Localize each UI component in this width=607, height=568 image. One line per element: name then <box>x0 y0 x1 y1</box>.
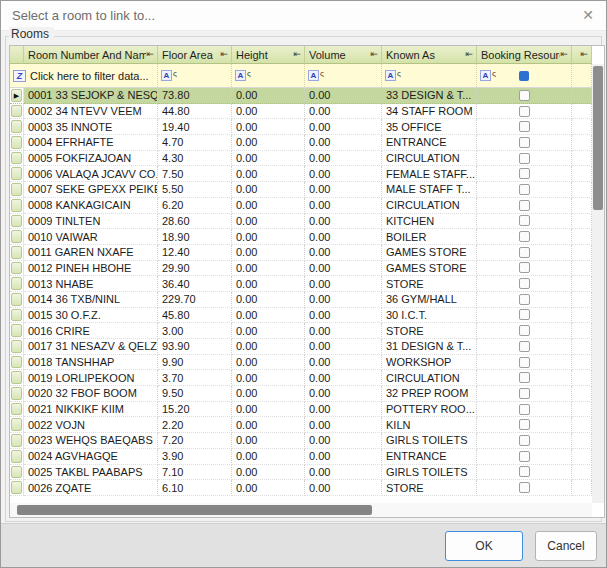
table-row[interactable]: 0020 32 FBOF BOOM9.500.000.0032 PREP ROO… <box>10 386 592 402</box>
filter-cell-volume[interactable]: Aς <box>305 64 382 87</box>
booking-filter-checkbox[interactable] <box>519 71 529 81</box>
table-row[interactable]: 0005 FOKFIZAJOAN4.300.000.00CIRCULATION <box>10 151 592 167</box>
booking-checkbox[interactable] <box>519 294 530 305</box>
table-row[interactable]: 0015 30 O.F.Z.45.800.000.0030 I.C.T. <box>10 308 592 324</box>
booking-checkbox[interactable] <box>519 215 530 226</box>
cell-known-as: POTTERY ROO... <box>382 402 477 418</box>
column-pin-icon[interactable]: ⇤ <box>465 50 473 59</box>
booking-checkbox[interactable] <box>519 184 530 195</box>
row-indicator <box>10 308 24 324</box>
booking-checkbox[interactable] <box>519 137 530 148</box>
filter-type-icon[interactable]: Aς <box>308 70 324 81</box>
cell-floor-area: 5.50 <box>158 182 232 198</box>
booking-checkbox[interactable] <box>519 466 530 477</box>
table-row[interactable]: 0004 EFRHAFTE4.700.000.00ENTRANCE <box>10 135 592 151</box>
horizontal-scrollbar[interactable] <box>10 503 592 517</box>
booking-checkbox[interactable] <box>519 278 530 289</box>
table-row[interactable]: 0016 CRIRE3.000.000.00STORE <box>10 323 592 339</box>
column-header-room-number-and-name[interactable]: Room Number And Name⇤ <box>24 46 158 64</box>
booking-checkbox[interactable] <box>519 90 530 101</box>
filter-type-icon[interactable]: Aς <box>480 70 496 81</box>
cell-filler <box>572 480 592 496</box>
table-row[interactable]: 0019 LORLIPEKOON3.700.000.00CIRCULATION <box>10 370 592 386</box>
booking-checkbox[interactable] <box>519 372 530 383</box>
table-row[interactable]: 0022 VOJN2.200.000.00KILN <box>10 417 592 433</box>
booking-checkbox[interactable] <box>519 482 530 493</box>
vertical-scrollbar[interactable] <box>592 64 604 503</box>
booking-checkbox[interactable] <box>519 325 530 336</box>
cell-known-as: ENTRANCE <box>382 449 477 465</box>
booking-checkbox[interactable] <box>519 341 530 352</box>
filter-type-icon[interactable]: Aς <box>235 70 251 81</box>
column-pin-icon[interactable]: ⇤ <box>146 50 154 59</box>
column-pin-icon[interactable]: ⇤ <box>293 50 301 59</box>
cancel-button[interactable]: Cancel <box>535 531 597 561</box>
booking-checkbox[interactable] <box>519 388 530 399</box>
table-row[interactable]: 0010 VAIWAR18.900.000.00BOILER <box>10 229 592 245</box>
table-row[interactable]: 0002 34 NTEVV VEEM44.800.000.0034 STAFF … <box>10 104 592 120</box>
table-row[interactable]: 0023 WEHQS BAEQABS7.200.000.00GIRLS TOIL… <box>10 433 592 449</box>
table-row[interactable]: 0003 35 INNOTE19.400.000.0035 OFFICE <box>10 119 592 135</box>
filter-cell-floor-area[interactable]: Aς <box>158 64 232 87</box>
booking-checkbox[interactable] <box>519 435 530 446</box>
booking-checkbox[interactable] <box>519 451 530 462</box>
table-row[interactable]: 0007 SEKE GPEXX PEIKE...5.500.000.00MALE… <box>10 182 592 198</box>
cell-filler <box>572 229 592 245</box>
table-row[interactable]: 0021 NIKKIKF KIIM15.200.000.00POTTERY RO… <box>10 402 592 418</box>
booking-checkbox[interactable] <box>519 309 530 320</box>
booking-checkbox[interactable] <box>519 121 530 132</box>
booking-checkbox[interactable] <box>519 168 530 179</box>
ok-button[interactable]: OK <box>445 531 523 561</box>
table-row[interactable]: 0014 36 TXB/NINL229.700.000.0036 GYM/HAL… <box>10 292 592 308</box>
close-icon[interactable]: ✕ <box>582 7 594 23</box>
filter-cell-room-number-and-name[interactable]: ZClick here to filter data... <box>10 64 158 87</box>
column-header-label: Known As <box>386 49 435 61</box>
table-row[interactable]: 0013 NHABE36.400.000.00STORE <box>10 276 592 292</box>
column-pin-icon[interactable]: ⇤ <box>220 50 228 59</box>
filter-type-icon[interactable]: Aς <box>161 70 177 81</box>
booking-checkbox[interactable] <box>519 357 530 368</box>
filter-cell-height[interactable]: Aς <box>232 64 305 87</box>
booking-checkbox[interactable] <box>519 247 530 258</box>
vertical-scrollbar-thumb[interactable] <box>593 66 603 210</box>
horizontal-scrollbar-thumb[interactable] <box>17 505 372 515</box>
booking-checkbox[interactable] <box>519 106 530 117</box>
table-row[interactable]: 0024 AGVHAGQE3.900.000.00ENTRANCE <box>10 449 592 465</box>
table-row[interactable]: 0011 GAREN NXAFE12.400.000.00GAMES STORE <box>10 245 592 261</box>
table-row[interactable]: ▶0001 33 SEJOKP & NESQ...73.800.000.0033… <box>10 88 592 104</box>
cell-floor-area: 19.40 <box>158 119 232 135</box>
table-row[interactable]: 0006 VALAQA JCAVV CO...7.500.000.00FEMAL… <box>10 166 592 182</box>
column-header-floor-area[interactable]: Floor Area⇤ <box>158 46 232 64</box>
booking-checkbox[interactable] <box>519 404 530 415</box>
table-row[interactable]: 0025 TAKBL PAABAPS7.100.000.00GIRLS TOIL… <box>10 465 592 481</box>
table-row[interactable]: 0008 KANKAGICAIN6.200.000.00CIRCULATION <box>10 198 592 214</box>
column-header-booking-resource[interactable]: Booking Resource⇤ <box>477 46 572 64</box>
row-indicator <box>10 386 24 402</box>
booking-checkbox[interactable] <box>519 262 530 273</box>
filter-cell-booking-resource[interactable]: Aς <box>477 64 572 87</box>
cell-filler <box>572 308 592 324</box>
row-indicator-button <box>11 199 22 212</box>
table-row[interactable]: 0009 TINLTEN28.600.000.00KITCHEN <box>10 214 592 230</box>
filter-text-icon: A <box>161 70 172 81</box>
filter-edit-icon[interactable]: Z <box>13 70 26 82</box>
cell-volume: 0.00 <box>305 308 382 324</box>
filter-type-icon[interactable]: Aς <box>385 70 401 81</box>
cell-height: 0.00 <box>232 182 305 198</box>
table-row[interactable]: 0018 TANSHHAP9.900.000.00WORKSHOP <box>10 355 592 371</box>
table-row[interactable]: 0012 PINEH HBOHE29.900.000.00GAMES STORE <box>10 261 592 277</box>
booking-checkbox[interactable] <box>519 200 530 211</box>
column-pin-icon[interactable]: ⇤ <box>560 50 568 59</box>
filter-cell-known-as[interactable]: Aς <box>382 64 477 87</box>
column-header-height[interactable]: Height⇤ <box>232 46 305 64</box>
column-pin-icon[interactable]: ⇤ <box>370 50 378 59</box>
table-row[interactable]: 0026 ZQATE6.100.000.00STORE <box>10 480 592 496</box>
booking-checkbox[interactable] <box>519 419 530 430</box>
booking-checkbox[interactable] <box>519 153 530 164</box>
column-pin-icon[interactable]: ⇤ <box>580 50 588 59</box>
booking-checkbox[interactable] <box>519 231 530 242</box>
column-header-known-as[interactable]: Known As⇤ <box>382 46 477 64</box>
column-header-volume[interactable]: Volume⇤ <box>305 46 382 64</box>
table-row[interactable]: 0017 31 NESAZV & QELZ...93.900.000.0031 … <box>10 339 592 355</box>
cell-known-as: KILN <box>382 417 477 433</box>
